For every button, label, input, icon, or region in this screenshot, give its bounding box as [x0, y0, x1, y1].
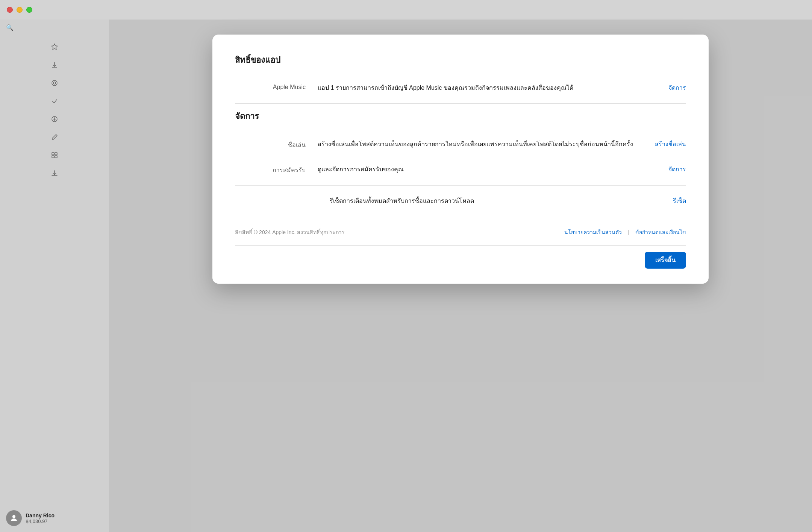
- footer-copyright: ลิขสิทธิ์ © 2024 Apple Inc. สงวนสิทธิ์ทุ…: [235, 228, 345, 236]
- svg-rect-3: [52, 153, 54, 155]
- apple-music-permission-row: Apple Music แอป 1 รายการสามารถเข้าถึงบัญ…: [235, 76, 686, 100]
- footer-separator: |: [628, 229, 629, 235]
- create-nickname-link[interactable]: สร้างชื่อเล่น: [655, 141, 686, 147]
- terms-conditions-link[interactable]: ข้อกำหนดและเงื่อนไข: [635, 228, 686, 236]
- window-frame: 🔍: [0, 0, 812, 532]
- sidebar-item-arcade[interactable]: [46, 75, 63, 91]
- sidebar: 🔍: [0, 20, 109, 532]
- reset-row: รีเซ็ตการเตือนทั้งหมดสำหรับการซื้อและการ…: [235, 189, 686, 213]
- close-button[interactable]: [7, 7, 13, 13]
- user-name: Danny Rico: [26, 512, 55, 518]
- svg-rect-5: [52, 156, 54, 158]
- section-divider-1: [235, 103, 686, 104]
- search-icon: 🔍: [6, 24, 14, 31]
- reset-action: รีเซ็ต: [641, 196, 686, 206]
- done-button[interactable]: เสร็จสิ้น: [645, 252, 686, 269]
- nickname-description: สร้างชื่อเล่นเพื่อโพสต์ความเห็นของลูกค้า…: [318, 139, 641, 149]
- svg-rect-6: [55, 156, 57, 158]
- modal-footer: ลิขสิทธิ์ © 2024 Apple Inc. สงวนสิทธิ์ทุ…: [235, 221, 686, 236]
- sidebar-item-featured[interactable]: [46, 39, 63, 55]
- nickname-label: ชื่อเล่น: [235, 139, 318, 150]
- done-button-container: เสร็จสิ้น: [235, 245, 686, 269]
- nickname-row: ชื่อเล่น สร้างชื่อเล่นเพื่อโพสต์ความเห็น…: [235, 132, 686, 157]
- manage-section: จัดการ ชื่อเล่น สร้างชื่อเล่นเพื่อโพสต์ค…: [235, 110, 686, 182]
- title-bar: [0, 0, 812, 20]
- section-divider-2: [235, 185, 686, 186]
- sidebar-nav: [0, 36, 109, 184]
- privacy-policy-link[interactable]: นโยบายความเป็นส่วนตัว: [564, 228, 622, 236]
- footer-links: นโยบายความเป็นส่วนตัว | ข้อกำหนดและเงื่อ…: [564, 228, 686, 236]
- sidebar-user-section: Danny Rico ฿4,030.97: [0, 504, 109, 532]
- sidebar-item-create[interactable]: [46, 111, 63, 127]
- svg-point-0: [52, 80, 57, 86]
- user-info: Danny Rico ฿4,030.97: [26, 512, 55, 524]
- sidebar-item-download[interactable]: [46, 57, 63, 73]
- svg-rect-4: [55, 153, 57, 155]
- modal-overlay: สิทธิ์ของแอป Apple Music แอป 1 รายการสาม…: [109, 20, 812, 532]
- reset-link[interactable]: รีเซ็ต: [673, 198, 686, 204]
- apple-music-manage-link[interactable]: จัดการ: [668, 85, 686, 91]
- nickname-action: สร้างชื่อเล่น: [641, 139, 686, 149]
- svg-point-7: [12, 515, 15, 518]
- apple-music-label: Apple Music: [235, 83, 318, 91]
- minimize-button[interactable]: [17, 7, 23, 13]
- subscription-row: การสมัครรับ ดูและจัดการการสมัครรับของคุณ…: [235, 157, 686, 182]
- app-permissions-title: สิทธิ์ของแอป: [235, 53, 686, 66]
- sidebar-item-categories[interactable]: [46, 147, 63, 163]
- apple-music-description: แอป 1 รายการสามารถเข้าถึงบัญชี Apple Mus…: [318, 83, 641, 93]
- subscription-action: จัดการ: [641, 165, 686, 174]
- subscription-description: ดูและจัดการการสมัครรับของคุณ: [318, 165, 641, 174]
- modal-dialog: สิทธิ์ของแอป Apple Music แอป 1 รายการสาม…: [212, 35, 709, 284]
- app-permissions-section: สิทธิ์ของแอป Apple Music แอป 1 รายการสาม…: [235, 53, 686, 100]
- search-area: 🔍: [0, 20, 109, 36]
- user-avatar: [6, 510, 22, 526]
- svg-point-1: [53, 82, 56, 84]
- maximize-button[interactable]: [26, 7, 32, 13]
- user-balance: ฿4,030.97: [26, 518, 55, 524]
- subscription-manage-link[interactable]: จัดการ: [668, 166, 686, 172]
- subscription-label: การสมัครรับ: [235, 165, 318, 175]
- sidebar-item-download2[interactable]: [46, 165, 63, 181]
- sidebar-item-updates[interactable]: [46, 93, 63, 109]
- manage-section-title: จัดการ: [235, 110, 686, 123]
- apple-music-action: จัดการ: [641, 83, 686, 92]
- sidebar-item-edit[interactable]: [46, 129, 63, 145]
- reset-description: รีเซ็ตการเตือนทั้งหมดสำหรับการซื้อและการ…: [235, 196, 641, 206]
